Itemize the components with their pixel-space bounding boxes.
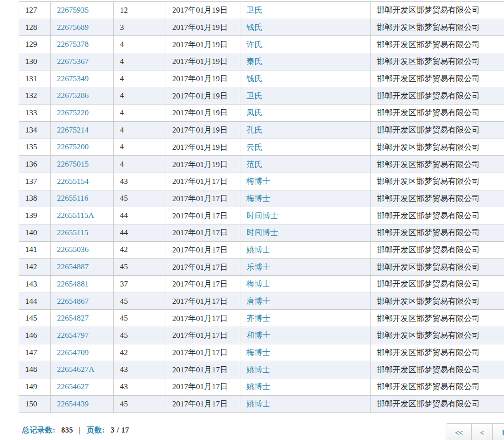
trademark-name-link[interactable]: 云氏 (246, 143, 262, 152)
application-date-cell: 2017年01月17日 (166, 224, 240, 241)
trademark-name-link[interactable]: 梅博士 (246, 177, 270, 186)
trademark-name-link[interactable]: 和博士 (246, 331, 270, 340)
trademark-name-link[interactable]: 姚博士 (246, 382, 270, 391)
trademark-name-link[interactable]: 梅博士 (246, 348, 270, 357)
class-number-cell: 45 (114, 310, 166, 327)
application-number-link[interactable]: 22675220 (57, 108, 89, 117)
application-date-cell: 2017年01月19日 (166, 87, 240, 105)
application-number-cell: 22675214 (51, 121, 114, 139)
summary-separator: | (79, 426, 81, 434)
application-date-cell: 2017年01月17日 (166, 327, 240, 344)
applicant-cell: 邯郸开发区邯梦贸易有限公司 (371, 395, 504, 412)
trademark-name-link[interactable]: 时间博士 (246, 228, 278, 237)
application-number-link[interactable]: 22654627A (57, 365, 94, 374)
prev-page-button[interactable]: < (471, 423, 493, 440)
applicant-cell: 邯郸开发区邯梦贸易有限公司 (371, 378, 504, 396)
trademark-name-link[interactable]: 梅博士 (246, 194, 270, 203)
application-number-link[interactable]: 22654881 (57, 279, 89, 288)
application-number-link[interactable]: 22675200 (57, 142, 89, 151)
application-number-link[interactable]: 22654887 (57, 262, 89, 271)
applicant-cell: 邯郸开发区邯梦贸易有限公司 (371, 207, 504, 224)
application-number-link[interactable]: 22654797 (57, 331, 89, 340)
trademark-name-link[interactable]: 梅博士 (246, 279, 270, 288)
application-number-link[interactable]: 22675214 (57, 126, 89, 134)
class-number-cell: 4 (114, 36, 166, 53)
table-row: 14022655115442017年01月17日时间博士邯郸开发区邯梦贸易有限公… (19, 224, 504, 241)
table-row: 1322267528642017年01月19日卫氏邯郸开发区邯梦贸易有限公司 (19, 87, 504, 105)
application-number-link[interactable]: 22655154 (57, 177, 89, 186)
applicant-cell: 邯郸开发区邯梦贸易有限公司 (371, 2, 504, 19)
row-index-cell: 134 (19, 121, 51, 139)
applicant-cell: 邯郸开发区邯梦贸易有限公司 (371, 224, 504, 241)
page-count-label: 页数: (87, 426, 105, 434)
application-number-link[interactable]: 22675689 (57, 23, 89, 32)
row-index-cell: 131 (19, 70, 51, 87)
application-number-link[interactable]: 22675378 (57, 40, 89, 49)
row-index-cell: 148 (19, 361, 51, 378)
class-number-cell: 4 (114, 87, 166, 105)
application-date-cell: 2017年01月19日 (166, 36, 240, 53)
trademark-name-cell: 姚博士 (240, 241, 371, 258)
application-number-link[interactable]: 22675349 (57, 74, 89, 83)
application-number-link[interactable]: 22655115A (57, 211, 94, 220)
trademark-name-link[interactable]: 卫氏 (246, 6, 262, 14)
application-date-cell: 2017年01月19日 (166, 139, 240, 156)
trademark-name-cell: 范氏 (240, 156, 371, 173)
application-number-link[interactable]: 22654867 (57, 297, 89, 306)
trademark-name-link[interactable]: 范氏 (246, 160, 262, 169)
trademark-name-cell: 卫氏 (240, 2, 371, 19)
application-number-link[interactable]: 22655116 (57, 194, 88, 203)
application-number-link[interactable]: 22675286 (57, 91, 89, 100)
table-row: 14122655036422017年01月17日姚博士邯郸开发区邯梦贸易有限公司 (19, 241, 504, 258)
application-date-cell: 2017年01月17日 (166, 310, 240, 327)
trademark-name-link[interactable]: 钱氏 (246, 23, 262, 32)
application-number-cell: 22675689 (51, 19, 114, 36)
application-number-cell: 22654881 (51, 276, 114, 293)
trademark-name-cell: 梅博士 (240, 173, 371, 190)
class-number-cell: 4 (114, 53, 166, 70)
trademark-name-link[interactable]: 姚博士 (246, 245, 270, 254)
application-number-link[interactable]: 22654439 (57, 399, 89, 408)
first-page-button[interactable]: << (446, 423, 472, 440)
application-number-link[interactable]: 22654827 (57, 314, 89, 322)
application-date-cell: 2017年01月17日 (166, 207, 240, 224)
trademark-name-link[interactable]: 钱氏 (246, 74, 262, 83)
trademark-name-link[interactable]: 孔氏 (246, 126, 262, 134)
table-row: 1332267522042017年01月19日凤氏邯郸开发区邯梦贸易有限公司 (19, 105, 504, 122)
class-number-cell: 4 (114, 139, 166, 156)
trademark-name-link[interactable]: 乐博士 (246, 263, 270, 272)
trademark-name-link[interactable]: 凤氏 (246, 108, 262, 117)
trademark-name-cell: 和博士 (240, 327, 371, 344)
application-number-link[interactable]: 22655036 (57, 245, 89, 254)
trademark-name-link[interactable]: 唐博士 (246, 297, 270, 306)
application-number-link[interactable]: 22675367 (57, 57, 89, 66)
application-date-cell: 2017年01月17日 (166, 258, 240, 276)
application-number-cell: 22654627A (51, 361, 114, 378)
application-number-cell: 22655115A (51, 207, 114, 224)
class-number-cell: 44 (114, 207, 166, 224)
trademark-name-cell: 时间博士 (240, 207, 371, 224)
page-button-1[interactable]: 1 (492, 423, 504, 440)
class-number-cell: 4 (114, 105, 166, 122)
application-number-link[interactable]: 22675015 (57, 160, 89, 168)
trademark-name-link[interactable]: 姚博士 (246, 399, 270, 408)
application-number-link[interactable]: 22655115 (57, 228, 88, 237)
table-row: 15022654439452017年01月17日姚博士邯郸开发区邯梦贸易有限公司 (19, 395, 504, 412)
trademark-name-link[interactable]: 时间博士 (246, 211, 278, 220)
trademark-name-link[interactable]: 许氏 (246, 40, 262, 49)
row-index-cell: 141 (19, 241, 51, 258)
trademark-name-cell: 钱氏 (240, 19, 371, 36)
trademark-name-link[interactable]: 卫氏 (246, 91, 262, 100)
application-number-cell: 22655154 (51, 173, 114, 190)
class-number-cell: 42 (114, 344, 166, 361)
trademark-name-link[interactable]: 秦氏 (246, 57, 262, 66)
application-number-link[interactable]: 22654709 (57, 348, 89, 357)
table-row: 1302267536742017年01月19日秦氏邯郸开发区邯梦贸易有限公司 (19, 53, 504, 70)
applicant-cell: 邯郸开发区邯梦贸易有限公司 (371, 156, 504, 173)
trademark-name-link[interactable]: 齐博士 (246, 314, 270, 323)
trademark-name-cell: 姚博士 (240, 378, 371, 396)
trademark-name-cell: 唐博士 (240, 293, 371, 310)
trademark-name-link[interactable]: 姚博士 (246, 365, 270, 374)
application-number-link[interactable]: 22654627 (57, 382, 89, 391)
application-number-link[interactable]: 22675935 (57, 6, 89, 14)
